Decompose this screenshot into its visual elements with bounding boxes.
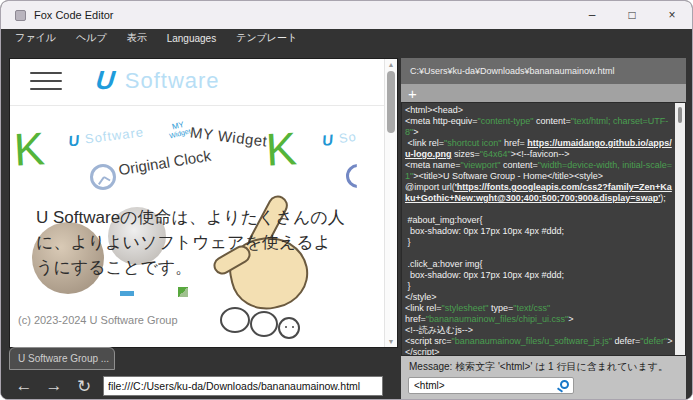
editor-scrollbar[interactable]	[675, 103, 685, 355]
forward-button[interactable]: →	[39, 376, 69, 396]
menu-bar: ファイル ヘルプ 表示 Languages テンプレート	[1, 29, 692, 47]
site-header: U Software	[10, 59, 384, 104]
site-logo-text: Software	[125, 68, 220, 94]
search-result-message: Message: 検索文字 '<html>' は 1 行目に含まれています。	[401, 356, 686, 374]
menu-file[interactable]: ファイル	[1, 29, 66, 47]
thumbnail-image	[178, 287, 188, 297]
maximize-button[interactable]: □	[612, 1, 652, 29]
clock-icon-partial	[346, 164, 370, 188]
clock-icon[interactable]	[90, 164, 116, 190]
original-clock-label[interactable]: Original Clock	[117, 147, 212, 178]
page-title-badge: U Software Group ...	[9, 347, 115, 370]
u-logo-icon: U	[94, 65, 116, 96]
minimize-button[interactable]: –	[572, 1, 612, 29]
menu-languages[interactable]: Languages	[157, 29, 227, 47]
back-button[interactable]: ←	[9, 376, 39, 396]
browser-nav-bar: ← → ↻	[9, 373, 398, 399]
site-logo[interactable]: U Software	[96, 65, 220, 96]
mission-statement: U Softwareの使命は、よりたくさんの人に、よりよいソフトウェアを使えるよ…	[36, 205, 348, 280]
u-logo-icon: U	[321, 131, 334, 149]
web-preview-page: U Software K U Software MY Widget MY	[10, 59, 384, 347]
search-row	[408, 377, 574, 394]
window-controls: – □ ×	[572, 1, 692, 29]
scrollbar-thumb[interactable]	[387, 71, 395, 133]
my-widget-label[interactable]: MY Widget	[189, 123, 268, 149]
u-software-label-partial: So	[338, 129, 358, 146]
menu-view[interactable]: 表示	[117, 29, 157, 47]
scroll-up-icon[interactable]: ▲	[385, 61, 397, 68]
copyright-text: (c) 2023-2024 U Software Group	[18, 314, 178, 326]
hamburger-menu-icon[interactable]	[30, 72, 62, 90]
reload-button[interactable]: ↻	[69, 376, 99, 397]
menu-template[interactable]: テンプレート	[226, 29, 307, 47]
main-content: U Software K U Software MY Widget MY	[1, 47, 692, 399]
my-widget-logo-small[interactable]: MY Widget	[167, 120, 192, 140]
app-icon	[15, 10, 26, 21]
window-title: Fox Code Editor	[34, 9, 113, 21]
k-logo-image[interactable]: K	[265, 121, 298, 177]
menu-help[interactable]: ヘルプ	[66, 29, 117, 47]
code-editor-pane: C:¥Users¥ku-da¥Downloads¥bananaumainow.h…	[401, 58, 686, 399]
u-software-label: Software	[84, 124, 145, 146]
file-path-tab[interactable]: C:¥Users¥ku-da¥Downloads¥bananaumainow.h…	[401, 58, 686, 84]
code-content[interactable]: <html><head><meta http-equiv="content-ty…	[405, 105, 673, 356]
u-software-logo[interactable]: U Software	[67, 123, 145, 149]
search-input[interactable]	[408, 377, 574, 394]
close-button[interactable]: ×	[652, 1, 692, 29]
scrollbar-thumb[interactable]	[678, 107, 682, 123]
tab-bar: +	[401, 84, 686, 102]
preview-scrollbar[interactable]: ▲ ▼	[384, 59, 397, 347]
k-logo-image[interactable]: K	[13, 121, 46, 177]
search-icon[interactable]	[560, 380, 569, 389]
title-bar: Fox Code Editor – □ ×	[1, 1, 692, 29]
search-panel: Message: 検索文字 '<html>' は 1 行目に含まれています。	[401, 356, 686, 399]
app-window: Fox Code Editor – □ × ファイル ヘルプ 表示 Langua…	[0, 0, 693, 400]
url-input[interactable]	[103, 376, 383, 396]
u-software-logo-partial[interactable]: U So	[321, 128, 358, 149]
code-editor[interactable]: <html><head><meta http-equiv="content-ty…	[401, 102, 686, 356]
web-preview-pane: U Software K U Software MY Widget MY	[9, 58, 398, 348]
scroll-down-icon[interactable]: ▼	[385, 338, 397, 345]
thumbnail-image	[120, 291, 134, 296]
new-tab-button[interactable]: +	[401, 86, 424, 101]
u-logo-icon: U	[67, 131, 80, 149]
